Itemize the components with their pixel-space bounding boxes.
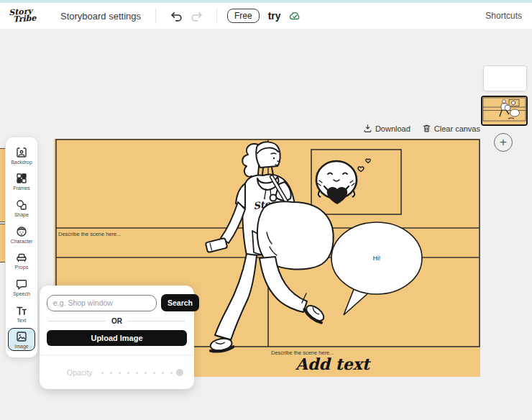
tool-label: Text bbox=[17, 318, 27, 323]
sidebar-item-backdrop[interactable]: Backdrop bbox=[8, 144, 35, 167]
divider bbox=[216, 8, 217, 24]
cloud-check-icon bbox=[288, 9, 301, 22]
opacity-control: Opacity bbox=[47, 368, 187, 377]
undo-button[interactable] bbox=[166, 6, 186, 26]
panel-divider bbox=[40, 355, 194, 355]
page-thumbnail-2-selected[interactable] bbox=[481, 96, 528, 126]
app-logo[interactable]: Story Tribe bbox=[0, 7, 42, 24]
sidebar-item-props[interactable]: Props bbox=[8, 249, 35, 272]
download-label: Download bbox=[375, 124, 411, 133]
page-thumbnail-1[interactable] bbox=[483, 65, 527, 91]
upload-image-button[interactable]: Upload Image bbox=[47, 330, 187, 346]
search-button[interactable]: Search bbox=[161, 294, 199, 311]
offscreen-canvas-fragment bbox=[0, 224, 5, 262]
tool-label: Shape bbox=[14, 212, 29, 217]
sidebar-item-text[interactable]: Text bbox=[8, 302, 35, 325]
sidebar-item-speech[interactable]: Speech bbox=[8, 275, 35, 298]
tool-sidebar: Backdrop Frames Shape Character bbox=[6, 137, 37, 357]
or-label: OR bbox=[111, 317, 122, 325]
redo-icon bbox=[190, 9, 203, 23]
clear-canvas-button[interactable]: Clear canvas bbox=[422, 124, 480, 133]
sidebar-item-character[interactable]: Character bbox=[8, 223, 35, 246]
walking-character[interactable]: Story Tribe bbox=[206, 142, 334, 352]
clear-canvas-label: Clear canvas bbox=[434, 124, 480, 133]
download-button[interactable]: Download bbox=[363, 124, 411, 133]
shape-icon bbox=[15, 198, 28, 211]
workspace: Download Clear canvas + bbox=[0, 29, 532, 420]
add-text-element[interactable]: Add text bbox=[295, 355, 372, 373]
tool-label: Props bbox=[15, 265, 28, 270]
speech-bubble[interactable]: Hi! bbox=[331, 222, 422, 315]
page-title: Storyboard settings bbox=[60, 11, 141, 22]
frames-icon bbox=[15, 172, 28, 185]
cloud-sync-button[interactable] bbox=[288, 9, 301, 22]
heart-face-prop[interactable] bbox=[311, 150, 401, 214]
backdrop-icon bbox=[15, 146, 28, 159]
sidebar-item-frames[interactable]: Frames bbox=[8, 170, 35, 193]
text-icon bbox=[15, 304, 28, 317]
tool-label: Speech bbox=[13, 291, 30, 296]
speech-icon bbox=[15, 278, 28, 291]
try-link[interactable]: try bbox=[268, 10, 281, 22]
offscreen-canvas-fragment bbox=[0, 148, 5, 222]
tool-label: Image bbox=[14, 344, 28, 349]
canvas-toolbar: Download Clear canvas bbox=[0, 124, 480, 133]
tool-label: Backdrop bbox=[11, 160, 32, 165]
add-page-button[interactable]: + bbox=[494, 133, 513, 152]
sidebar-item-shape[interactable]: Shape bbox=[8, 196, 35, 219]
opacity-slider-knob[interactable] bbox=[176, 369, 183, 376]
image-search-input[interactable] bbox=[47, 295, 157, 311]
shortcuts-link[interactable]: Shortcuts bbox=[485, 11, 522, 21]
download-icon bbox=[363, 124, 372, 133]
tool-label: Character bbox=[11, 239, 33, 244]
redo-button[interactable] bbox=[186, 6, 206, 26]
scene-caption-1[interactable]: Describe the scene here... bbox=[58, 231, 121, 237]
topbar: Story Tribe Storyboard settings Free try… bbox=[0, 3, 532, 29]
free-plan-badge[interactable]: Free bbox=[227, 9, 260, 23]
divider bbox=[155, 8, 156, 24]
undo-icon bbox=[170, 9, 183, 23]
opacity-label: Opacity bbox=[67, 368, 93, 377]
thumbnail-preview bbox=[482, 97, 526, 124]
speech-text: Hi! bbox=[373, 255, 380, 262]
or-divider: OR bbox=[48, 317, 185, 325]
image-panel: Search OR Upload Image Opacity bbox=[40, 286, 194, 389]
sidebar-item-image[interactable]: Image bbox=[8, 328, 35, 351]
tool-label: Frames bbox=[13, 186, 30, 191]
trash-icon bbox=[422, 124, 431, 133]
image-icon bbox=[15, 330, 28, 343]
props-icon bbox=[15, 251, 28, 264]
opacity-slider[interactable] bbox=[101, 369, 182, 376]
logo-line2: Tribe bbox=[7, 14, 42, 24]
character-icon bbox=[15, 225, 28, 238]
